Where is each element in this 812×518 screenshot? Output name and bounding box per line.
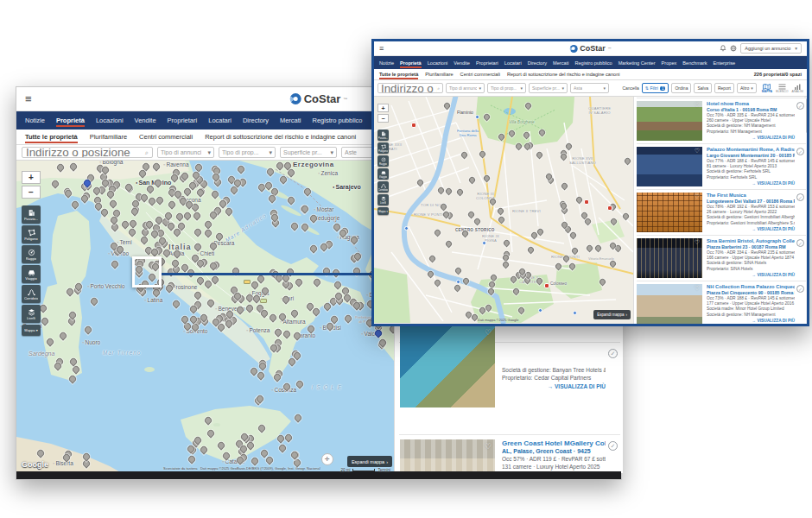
favorite-heart-icon[interactable]: ♡ (485, 442, 492, 451)
select-checkbox[interactable]: ✓ (608, 349, 618, 358)
view-elenco-button[interactable]: ELENCO (776, 84, 788, 93)
map-tool-poligono-button[interactable]: Poligono (22, 225, 41, 243)
property-photo[interactable]: ♡ (637, 147, 702, 186)
subnav-item[interactable]: Centri commerciali (139, 133, 193, 141)
map-style-button[interactable]: Mappa ▾ (377, 207, 389, 215)
zoom-in-button[interactable]: + (22, 171, 41, 184)
select-checkbox[interactable]: ✓ (796, 193, 804, 201)
property-title[interactable]: Palazzo Montemartini Rome, A Radiss... (707, 147, 795, 152)
favorite-heart-icon[interactable]: ♡ (695, 193, 700, 200)
view-more-link[interactable]: → VISUALIZZA DI PIÙ (707, 319, 795, 323)
search-input[interactable]: ⌕ (22, 147, 153, 158)
subnav-item[interactable]: Tutte le proprietà (379, 72, 418, 77)
filter-dropdown[interactable]: Superficie pr...▾ (529, 83, 568, 93)
italy-map[interactable]: BolognaRavennaSan MarinoAnconaItaliaTern… (16, 161, 394, 473)
zoom-in-button[interactable]: + (377, 104, 389, 112)
search-field[interactable] (26, 147, 145, 158)
select-checkbox[interactable]: ✓ (796, 148, 804, 155)
subnav-item[interactable]: Centri commerciali (460, 72, 500, 77)
property-photo[interactable]: ♡ (637, 101, 702, 141)
nav-item-mercati[interactable]: Mercati (280, 117, 301, 124)
property-photo[interactable]: ♡1/2 (400, 439, 495, 473)
search-input[interactable]: ⌕ (377, 83, 443, 93)
filter-dropdown[interactable]: Superficie pr...▾ (280, 147, 337, 158)
filter-dropdown[interactable]: Asta▾ (570, 83, 609, 93)
view-more-link[interactable]: → VISUALIZZA DI PIÙ (502, 383, 606, 389)
map-tool-raggio-button[interactable]: Raggio (22, 245, 41, 263)
nav-item-locatari[interactable]: Locatari (208, 117, 232, 124)
property-title[interactable]: NH Collection Roma Palazzo Cinquece... (707, 284, 795, 289)
nav-item-vendite[interactable]: Vendite (135, 117, 156, 124)
map-tool-poligono-button[interactable]: Poligono (377, 142, 389, 154)
nav-item-marketing-center[interactable]: Marketing Center (619, 60, 656, 66)
property-title[interactable]: Sina Bernini Bristol, Autograph Collecti… (707, 238, 795, 243)
property-title[interactable]: The First Musica (707, 193, 795, 198)
filter-dropdown[interactable]: Tipo di annunci▾ (157, 147, 214, 158)
filters-button[interactable]: ⇅ Filtri 1 (642, 83, 669, 93)
expand-map-button[interactable]: Espandi mappa› (347, 456, 392, 467)
terms-link[interactable]: Termini (377, 468, 390, 472)
nav-item-benchmark[interactable]: Benchmark (682, 60, 707, 66)
map-tool-viaggio-button[interactable]: Viaggio (22, 265, 41, 283)
menu-icon[interactable]: ≡ (25, 92, 32, 105)
nav-item-propriet-[interactable]: Proprietà (56, 117, 85, 124)
nav-item-directory[interactable]: Directory (528, 60, 547, 66)
select-checkbox[interactable]: ✓ (608, 441, 618, 451)
view-analisi-button[interactable]: ANALISI (792, 84, 803, 93)
nav-item-notizie[interactable]: Notizie (379, 60, 394, 66)
property-photo[interactable]: ♡ (637, 238, 702, 278)
subnav-item[interactable]: Report di sottoscrizione del rischio e i… (507, 72, 620, 77)
view-more-link[interactable]: → VISUALIZZA DI PIÙ (707, 181, 795, 186)
favorite-heart-icon[interactable]: ♡ (695, 102, 700, 109)
filter-dropdown[interactable]: Tipo di prop...▾ (487, 83, 526, 93)
nav-item-enterprise[interactable]: Enterprise (714, 60, 736, 66)
globe-icon[interactable] (730, 45, 737, 52)
map-tool-corridoio-button[interactable]: Corridoio (377, 181, 389, 193)
select-checkbox[interactable]: ✓ (796, 102, 804, 110)
nav-item-vendite[interactable]: Vendite (454, 60, 470, 66)
map-tool-posizio-button[interactable]: Posizio... (377, 130, 389, 141)
select-checkbox[interactable]: ✓ (796, 239, 804, 247)
nav-item-notizie[interactable]: Notizie (25, 117, 45, 124)
save-button[interactable]: Salva (694, 83, 712, 93)
property-photo[interactable]: ♡ (637, 193, 702, 232)
menu-icon[interactable]: ≡ (379, 44, 384, 53)
nav-item-directory[interactable]: Directory (243, 117, 269, 124)
property-title[interactable]: Hotel nhow Roma (707, 101, 795, 106)
report-button[interactable]: Report (714, 83, 734, 93)
nav-item-locazioni[interactable]: Locazioni (96, 117, 124, 124)
nav-item-proprietari[interactable]: Proprietari (476, 60, 498, 66)
view-more-link[interactable]: → VISUALIZZA DI PIÙ (707, 136, 795, 140)
view-more-link[interactable]: → VISUALIZZA DI PIÙ (707, 273, 795, 277)
listing-card[interactable]: ♡✓Palazzo Montemartini Rome, A Radiss...… (637, 143, 806, 189)
map-tool-viaggio-button[interactable]: Viaggio (377, 168, 389, 180)
nav-item-mercati[interactable]: Mercati (553, 60, 568, 66)
view-more-link[interactable]: → VISUALIZZA DI PIÙ (707, 227, 795, 231)
rome-map[interactable]: QUARTIERE IV SALARIORIONE XXII PRATIFlam… (374, 97, 633, 324)
filter-dropdown[interactable]: Tipo di prop...▾ (219, 147, 276, 158)
listing-card[interactable]: ♡✓Società di gestione: Banyan Tree Hotel… (399, 342, 620, 415)
clear-filters-button[interactable]: Cancella (622, 85, 638, 91)
nav-item-registro-pubblico[interactable]: Registro pubblico (313, 117, 363, 124)
map-tool-corridoio-button[interactable]: Corridoio (22, 285, 41, 303)
subnav-item[interactable]: Report di sottoscrizione del rischio e i… (205, 133, 356, 141)
nav-item-registro-pubblico[interactable]: Registro pubblico (574, 60, 612, 66)
listing-card[interactable]: ♡✓Sina Bernini Bristol, Autograph Collec… (637, 235, 806, 281)
nav-item-locazioni[interactable]: Locazioni (428, 60, 448, 66)
map-style-button[interactable]: Mappa ▾ (22, 325, 41, 336)
zoom-out-button[interactable]: − (377, 114, 389, 123)
property-title[interactable]: Green Coast Hotel MGallery Collection (502, 439, 606, 447)
nav-item-proprietari[interactable]: Proprietari (168, 117, 198, 124)
subnav-item[interactable]: Tutte le proprietà (25, 133, 78, 141)
pan-control[interactable]: ✛ (321, 453, 333, 465)
favorite-heart-icon[interactable]: ♡ (695, 239, 700, 246)
favorite-heart-icon[interactable]: ♡ (695, 285, 700, 292)
more-button[interactable]: Altro▾ (737, 83, 757, 93)
favorite-heart-icon[interactable]: ♡ (695, 148, 700, 155)
sort-button[interactable]: Ordina (671, 83, 691, 93)
subnav-item[interactable]: Plurifamiliare (425, 72, 453, 77)
nav-item-locatari[interactable]: Locatari (504, 60, 522, 66)
nav-item-propex[interactable]: Propex (662, 60, 677, 66)
map-tool-posizio-button[interactable]: Posizio... (22, 205, 41, 224)
keyboard-shortcuts-link[interactable]: Scorciatoie da tastiera (163, 466, 198, 471)
